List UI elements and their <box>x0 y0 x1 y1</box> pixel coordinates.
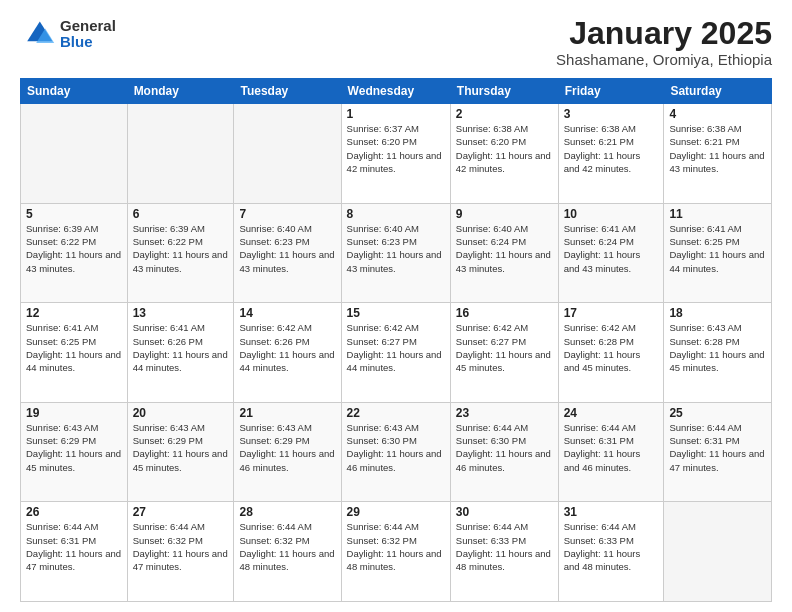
day-number: 14 <box>239 306 335 320</box>
title-block: January 2025 Shashamane, Oromiya, Ethiop… <box>556 16 772 68</box>
calendar-cell: 13Sunrise: 6:41 AMSunset: 6:26 PMDayligh… <box>127 303 234 403</box>
day-info: Sunrise: 6:44 AMSunset: 6:32 PMDaylight:… <box>347 521 442 572</box>
col-monday: Monday <box>127 79 234 104</box>
day-number: 31 <box>564 505 659 519</box>
calendar-cell: 23Sunrise: 6:44 AMSunset: 6:30 PMDayligh… <box>450 402 558 502</box>
header: General Blue January 2025 Shashamane, Or… <box>20 16 772 68</box>
calendar-subtitle: Shashamane, Oromiya, Ethiopia <box>556 51 772 68</box>
day-number: 28 <box>239 505 335 519</box>
day-info: Sunrise: 6:40 AMSunset: 6:23 PMDaylight:… <box>239 223 334 274</box>
day-info: Sunrise: 6:39 AMSunset: 6:22 PMDaylight:… <box>133 223 228 274</box>
day-number: 13 <box>133 306 229 320</box>
calendar-cell: 10Sunrise: 6:41 AMSunset: 6:24 PMDayligh… <box>558 203 664 303</box>
calendar-cell: 17Sunrise: 6:42 AMSunset: 6:28 PMDayligh… <box>558 303 664 403</box>
calendar-cell: 8Sunrise: 6:40 AMSunset: 6:23 PMDaylight… <box>341 203 450 303</box>
day-number: 22 <box>347 406 445 420</box>
page: General Blue January 2025 Shashamane, Or… <box>0 0 792 612</box>
calendar-cell <box>21 104 128 204</box>
calendar-table: Sunday Monday Tuesday Wednesday Thursday… <box>20 78 772 602</box>
day-info: Sunrise: 6:41 AMSunset: 6:25 PMDaylight:… <box>669 223 764 274</box>
day-number: 25 <box>669 406 766 420</box>
day-number: 5 <box>26 207 122 221</box>
logo-blue-text: Blue <box>60 34 116 51</box>
calendar-cell: 3Sunrise: 6:38 AMSunset: 6:21 PMDaylight… <box>558 104 664 204</box>
col-tuesday: Tuesday <box>234 79 341 104</box>
day-info: Sunrise: 6:40 AMSunset: 6:23 PMDaylight:… <box>347 223 442 274</box>
day-number: 20 <box>133 406 229 420</box>
day-number: 9 <box>456 207 553 221</box>
logo-text: General Blue <box>60 18 116 51</box>
calendar-cell: 14Sunrise: 6:42 AMSunset: 6:26 PMDayligh… <box>234 303 341 403</box>
day-info: Sunrise: 6:44 AMSunset: 6:32 PMDaylight:… <box>239 521 334 572</box>
day-info: Sunrise: 6:44 AMSunset: 6:30 PMDaylight:… <box>456 422 551 473</box>
day-info: Sunrise: 6:43 AMSunset: 6:29 PMDaylight:… <box>239 422 334 473</box>
calendar-cell: 30Sunrise: 6:44 AMSunset: 6:33 PMDayligh… <box>450 502 558 602</box>
day-number: 24 <box>564 406 659 420</box>
calendar-cell: 29Sunrise: 6:44 AMSunset: 6:32 PMDayligh… <box>341 502 450 602</box>
day-number: 19 <box>26 406 122 420</box>
calendar-cell: 15Sunrise: 6:42 AMSunset: 6:27 PMDayligh… <box>341 303 450 403</box>
col-sunday: Sunday <box>21 79 128 104</box>
day-number: 29 <box>347 505 445 519</box>
calendar-cell: 16Sunrise: 6:42 AMSunset: 6:27 PMDayligh… <box>450 303 558 403</box>
day-info: Sunrise: 6:38 AMSunset: 6:21 PMDaylight:… <box>669 123 764 174</box>
calendar-week-2: 5Sunrise: 6:39 AMSunset: 6:22 PMDaylight… <box>21 203 772 303</box>
calendar-week-3: 12Sunrise: 6:41 AMSunset: 6:25 PMDayligh… <box>21 303 772 403</box>
calendar-cell: 22Sunrise: 6:43 AMSunset: 6:30 PMDayligh… <box>341 402 450 502</box>
day-number: 12 <box>26 306 122 320</box>
calendar-cell: 20Sunrise: 6:43 AMSunset: 6:29 PMDayligh… <box>127 402 234 502</box>
day-info: Sunrise: 6:44 AMSunset: 6:31 PMDaylight:… <box>564 422 641 473</box>
calendar-week-4: 19Sunrise: 6:43 AMSunset: 6:29 PMDayligh… <box>21 402 772 502</box>
day-info: Sunrise: 6:44 AMSunset: 6:31 PMDaylight:… <box>26 521 121 572</box>
day-info: Sunrise: 6:37 AMSunset: 6:20 PMDaylight:… <box>347 123 442 174</box>
day-info: Sunrise: 6:42 AMSunset: 6:26 PMDaylight:… <box>239 322 334 373</box>
col-friday: Friday <box>558 79 664 104</box>
day-number: 30 <box>456 505 553 519</box>
day-info: Sunrise: 6:41 AMSunset: 6:26 PMDaylight:… <box>133 322 228 373</box>
day-number: 16 <box>456 306 553 320</box>
day-info: Sunrise: 6:43 AMSunset: 6:30 PMDaylight:… <box>347 422 442 473</box>
calendar-cell: 26Sunrise: 6:44 AMSunset: 6:31 PMDayligh… <box>21 502 128 602</box>
day-number: 27 <box>133 505 229 519</box>
calendar-cell: 12Sunrise: 6:41 AMSunset: 6:25 PMDayligh… <box>21 303 128 403</box>
day-number: 23 <box>456 406 553 420</box>
day-number: 2 <box>456 107 553 121</box>
header-row: Sunday Monday Tuesday Wednesday Thursday… <box>21 79 772 104</box>
day-number: 4 <box>669 107 766 121</box>
calendar-cell: 18Sunrise: 6:43 AMSunset: 6:28 PMDayligh… <box>664 303 772 403</box>
day-info: Sunrise: 6:43 AMSunset: 6:29 PMDaylight:… <box>133 422 228 473</box>
day-info: Sunrise: 6:44 AMSunset: 6:31 PMDaylight:… <box>669 422 764 473</box>
calendar-cell: 24Sunrise: 6:44 AMSunset: 6:31 PMDayligh… <box>558 402 664 502</box>
day-info: Sunrise: 6:44 AMSunset: 6:33 PMDaylight:… <box>456 521 551 572</box>
calendar-cell: 31Sunrise: 6:44 AMSunset: 6:33 PMDayligh… <box>558 502 664 602</box>
day-info: Sunrise: 6:41 AMSunset: 6:25 PMDaylight:… <box>26 322 121 373</box>
calendar-week-1: 1Sunrise: 6:37 AMSunset: 6:20 PMDaylight… <box>21 104 772 204</box>
day-info: Sunrise: 6:43 AMSunset: 6:28 PMDaylight:… <box>669 322 764 373</box>
day-number: 26 <box>26 505 122 519</box>
col-saturday: Saturday <box>664 79 772 104</box>
day-info: Sunrise: 6:44 AMSunset: 6:33 PMDaylight:… <box>564 521 641 572</box>
day-number: 6 <box>133 207 229 221</box>
col-thursday: Thursday <box>450 79 558 104</box>
calendar-cell: 6Sunrise: 6:39 AMSunset: 6:22 PMDaylight… <box>127 203 234 303</box>
calendar-title: January 2025 <box>556 16 772 51</box>
day-info: Sunrise: 6:40 AMSunset: 6:24 PMDaylight:… <box>456 223 551 274</box>
day-info: Sunrise: 6:42 AMSunset: 6:27 PMDaylight:… <box>456 322 551 373</box>
day-number: 18 <box>669 306 766 320</box>
day-number: 8 <box>347 207 445 221</box>
day-info: Sunrise: 6:42 AMSunset: 6:28 PMDaylight:… <box>564 322 641 373</box>
day-number: 10 <box>564 207 659 221</box>
day-info: Sunrise: 6:43 AMSunset: 6:29 PMDaylight:… <box>26 422 121 473</box>
calendar-cell <box>234 104 341 204</box>
calendar-cell: 7Sunrise: 6:40 AMSunset: 6:23 PMDaylight… <box>234 203 341 303</box>
logo-general-text: General <box>60 18 116 35</box>
logo: General Blue <box>20 16 116 52</box>
col-wednesday: Wednesday <box>341 79 450 104</box>
calendar-cell: 19Sunrise: 6:43 AMSunset: 6:29 PMDayligh… <box>21 402 128 502</box>
calendar-cell: 21Sunrise: 6:43 AMSunset: 6:29 PMDayligh… <box>234 402 341 502</box>
calendar-cell: 5Sunrise: 6:39 AMSunset: 6:22 PMDaylight… <box>21 203 128 303</box>
calendar-cell: 1Sunrise: 6:37 AMSunset: 6:20 PMDaylight… <box>341 104 450 204</box>
day-number: 7 <box>239 207 335 221</box>
logo-icon <box>20 16 56 52</box>
calendar-cell: 25Sunrise: 6:44 AMSunset: 6:31 PMDayligh… <box>664 402 772 502</box>
